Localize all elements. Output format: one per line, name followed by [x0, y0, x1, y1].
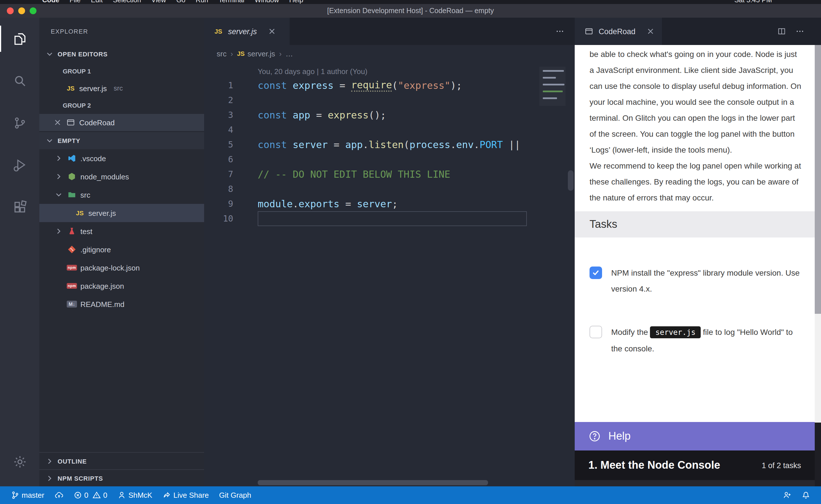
- status-problems[interactable]: 00: [68, 486, 112, 504]
- code-editor[interactable]: You, 20 days ago | 1 author (You) 1const…: [204, 62, 575, 486]
- chevron-right-icon: [45, 474, 54, 483]
- code-token: listen: [369, 139, 404, 150]
- code-token: PORT: [479, 139, 503, 150]
- breadcrumb-separator: ›: [279, 49, 282, 58]
- code-token: module: [258, 198, 293, 210]
- status-live-share-account[interactable]: ShMcK: [112, 486, 157, 504]
- tree-item--vscode[interactable]: .vscode: [39, 149, 204, 167]
- editor-horizontal-scrollbar[interactable]: [258, 480, 506, 485]
- menu-run[interactable]: Run: [195, 0, 208, 4]
- menu-file[interactable]: File: [70, 0, 81, 4]
- menu-view[interactable]: View: [151, 0, 166, 4]
- status-live-share[interactable]: Live Share: [157, 486, 214, 504]
- tree-item-package-lock-json[interactable]: npmpackage-lock.json: [39, 259, 204, 277]
- activity-search[interactable]: [0, 60, 39, 102]
- close-tab-icon[interactable]: [267, 27, 276, 36]
- breadcrumb-item[interactable]: src: [217, 49, 227, 58]
- menu-terminal[interactable]: Terminal: [219, 0, 244, 4]
- section-outline[interactable]: OUTLINE: [39, 452, 204, 469]
- menu-go[interactable]: Go: [176, 0, 185, 4]
- markdown-icon: M↓: [67, 301, 77, 308]
- activity-run-and-debug[interactable]: [0, 144, 39, 186]
- code-token: =: [328, 139, 345, 150]
- activity-source-control[interactable]: [0, 102, 39, 144]
- menu-selection[interactable]: Selection: [113, 0, 141, 4]
- open-editor-item-server-js[interactable]: JSserver.jssrc: [39, 80, 204, 97]
- activity-extensions[interactable]: [0, 186, 39, 228]
- status-segment: ShMcK: [117, 491, 152, 499]
- minimize-window-button[interactable]: [18, 7, 25, 14]
- close-tab-icon[interactable]: [646, 27, 655, 36]
- code-line[interactable]: 6: [204, 152, 575, 167]
- scrollbar-thumb[interactable]: [568, 170, 573, 191]
- status-text: 0: [84, 491, 88, 499]
- minimap[interactable]: [539, 67, 565, 106]
- code-line[interactable]: 8: [204, 182, 575, 196]
- editor-vertical-scrollbar[interactable]: [567, 62, 575, 486]
- code-line[interactable]: 4: [204, 122, 575, 137]
- tree-item--gitignore[interactable]: .gitignore: [39, 240, 204, 259]
- breadcrumb-item[interactable]: JSserver.js: [237, 49, 275, 58]
- workspace-section-header[interactable]: EMPTY: [39, 132, 204, 149]
- traffic-lights: [7, 7, 36, 14]
- tree-item-server-js[interactable]: JSserver.js: [39, 204, 204, 222]
- code-token: =: [310, 109, 328, 121]
- code-line[interactable]: 7// -- DO NOT EDIT BELOW THIS LINE: [204, 167, 575, 182]
- section-npm-scripts[interactable]: NPM SCRIPTS: [39, 469, 204, 486]
- status-text: master: [22, 491, 44, 499]
- code-line[interactable]: 1const express = require("express");: [204, 78, 575, 93]
- webview-scrollbar[interactable]: [815, 18, 821, 486]
- status-feedback[interactable]: [778, 486, 797, 504]
- task-checkbox[interactable]: [589, 267, 602, 279]
- close-window-button[interactable]: [7, 7, 14, 14]
- status-git-graph[interactable]: Git Graph: [214, 486, 257, 504]
- breadcrumb-item[interactable]: …: [286, 49, 293, 58]
- task-checkbox[interactable]: [589, 326, 602, 338]
- title-bar[interactable]: [Extension Development Host] - CodeRoad …: [0, 4, 821, 18]
- editor-group: JS server.js src›JSserver.js›… You, 20 d…: [204, 18, 575, 486]
- scrollbar-track[interactable]: [815, 314, 821, 423]
- code-line[interactable]: 10: [204, 211, 575, 226]
- code-token: =: [334, 80, 351, 91]
- chevron-down-icon: [54, 190, 63, 199]
- status-notifications[interactable]: [797, 486, 815, 504]
- line-number: 6: [204, 154, 233, 165]
- tutorial-paragraph: be able to check what's going on in your…: [589, 46, 802, 158]
- menu-edit[interactable]: Edit: [91, 0, 103, 4]
- status-git-branch[interactable]: master: [6, 486, 49, 504]
- tab-server-js[interactable]: JS server.js: [204, 18, 290, 45]
- line-number: 9: [204, 199, 233, 209]
- menu-code[interactable]: Code: [42, 0, 59, 4]
- code-token: const: [258, 80, 293, 91]
- code-line[interactable]: 2: [204, 93, 575, 108]
- tree-item-src[interactable]: src: [39, 186, 204, 204]
- menu-window[interactable]: Window: [255, 0, 279, 4]
- vscode-icon: [67, 154, 77, 163]
- open-editors-header[interactable]: OPEN EDITORS: [39, 46, 204, 63]
- tree-item-readme-md[interactable]: M↓README.md: [39, 295, 204, 313]
- scrollbar-track: [815, 423, 821, 486]
- editor-more-actions-icon[interactable]: [555, 27, 564, 36]
- code-line[interactable]: 5const server = app.listen(process.env.P…: [204, 137, 575, 152]
- tree-item-node-modules[interactable]: node_modules: [39, 167, 204, 186]
- tree-item-package-json[interactable]: npmpackage.json: [39, 277, 204, 295]
- scrollbar-thumb[interactable]: [815, 45, 821, 314]
- tab-coderoad[interactable]: CodeRoad: [575, 18, 662, 45]
- code-line[interactable]: 3const app = express();: [204, 108, 575, 122]
- panel-more-actions-icon[interactable]: [795, 27, 804, 36]
- breadcrumb-label: src: [217, 49, 227, 58]
- menu-help[interactable]: Help: [289, 0, 303, 4]
- zoom-window-button[interactable]: [30, 7, 36, 14]
- activity-explorer[interactable]: [0, 18, 39, 60]
- status-publish[interactable]: [49, 486, 68, 504]
- split-editor-icon[interactable]: [777, 27, 786, 36]
- scrollbar-thumb[interactable]: [258, 480, 488, 485]
- open-editor-item-coderoad[interactable]: CodeRoad: [39, 114, 204, 131]
- help-accordion[interactable]: Help: [575, 422, 815, 450]
- code-line[interactable]: 9module.exports = server;: [204, 196, 575, 211]
- line-number: 7: [204, 169, 233, 179]
- close-editor-icon[interactable]: [53, 118, 62, 127]
- sidebar-title: EXPLORER: [39, 18, 204, 39]
- tree-item-test[interactable]: test: [39, 222, 204, 240]
- activity-settings[interactable]: [0, 441, 39, 483]
